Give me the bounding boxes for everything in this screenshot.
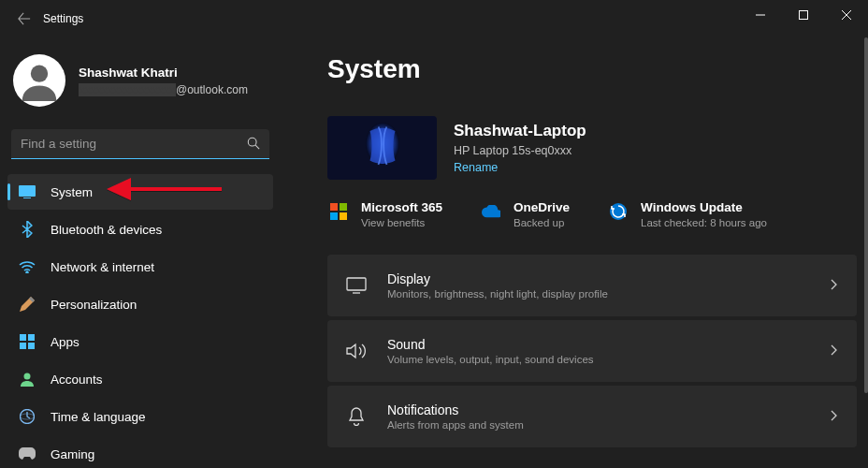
nav-item-personalization[interactable]: Personalization <box>7 286 273 322</box>
search-input[interactable] <box>11 129 269 159</box>
device-info: Shashwat-Laptop HP Laptop 15s-eq0xxx Ren… <box>454 122 586 175</box>
svg-rect-18 <box>347 278 366 290</box>
system-icon <box>19 183 36 200</box>
chevron-right-icon <box>831 408 838 425</box>
search-icon <box>247 137 260 154</box>
rename-link[interactable]: Rename <box>454 161 498 174</box>
card-notifications[interactable]: Notifications Alerts from apps and syste… <box>327 386 857 447</box>
update-icon <box>609 202 628 221</box>
card-display[interactable]: Display Monitors, brightness, night ligh… <box>327 255 857 316</box>
status-title: Microsoft 365 <box>361 200 442 214</box>
card-title: Sound <box>387 337 810 352</box>
user-profile[interactable]: Shashwat Khatri xxxxxxxxxxxxxxxxx@outloo… <box>7 49 273 116</box>
card-sub: Monitors, brightness, night light, displ… <box>387 288 810 300</box>
svg-point-5 <box>26 271 28 273</box>
nav-list: System Bluetooth & devices Network & int… <box>7 174 273 468</box>
card-sub: Alerts from apps and system <box>387 419 810 431</box>
card-title: Notifications <box>387 402 810 417</box>
status-sub: Backed up <box>514 217 570 228</box>
status-row: Microsoft 365 View benefits OneDrive Bac… <box>327 200 857 228</box>
svg-rect-14 <box>340 203 347 211</box>
nav-label: Gaming <box>51 447 94 461</box>
svg-point-2 <box>248 138 256 146</box>
display-icon <box>346 275 367 296</box>
svg-rect-4 <box>23 197 31 198</box>
scrollbar[interactable] <box>864 37 868 393</box>
svg-rect-0 <box>800 11 808 20</box>
nav-label: Personalization <box>51 298 137 312</box>
nav-label: Accounts <box>51 373 103 387</box>
nav-label: Apps <box>51 335 80 349</box>
chevron-right-icon <box>831 343 838 359</box>
window-controls <box>739 0 868 30</box>
onedrive-icon <box>482 202 500 221</box>
close-button[interactable] <box>825 0 868 30</box>
svg-rect-3 <box>19 185 36 197</box>
minimize-button[interactable] <box>739 0 782 30</box>
nav-item-accounts[interactable]: Accounts <box>7 361 273 397</box>
device-block: Shashwat-Laptop HP Laptop 15s-eq0xxx Ren… <box>327 116 857 180</box>
accounts-icon <box>19 371 36 388</box>
avatar <box>13 54 65 107</box>
nav-label: Time & language <box>51 410 146 424</box>
nav-item-apps[interactable]: Apps <box>7 324 273 359</box>
nav-label: System <box>51 185 93 199</box>
search-box <box>11 129 269 159</box>
nav-label: Bluetooth & devices <box>51 223 162 237</box>
nav-item-gaming[interactable]: Gaming <box>7 436 273 468</box>
status-microsoft365[interactable]: Microsoft 365 View benefits <box>329 200 442 228</box>
user-email: xxxxxxxxxxxxxxxxx@outlook.com <box>79 83 248 96</box>
card-sound[interactable]: Sound Volume levels, output, input, soun… <box>327 320 857 382</box>
status-sub: View benefits <box>361 217 442 228</box>
svg-rect-13 <box>330 203 338 211</box>
status-title: OneDrive <box>514 200 570 214</box>
personalization-icon <box>19 296 36 313</box>
device-name: Shashwat-Laptop <box>454 122 586 140</box>
svg-rect-8 <box>20 343 26 349</box>
maximize-button[interactable] <box>782 0 825 30</box>
microsoft-icon <box>329 202 348 221</box>
svg-rect-15 <box>330 212 338 220</box>
svg-rect-7 <box>28 334 35 341</box>
card-sub: Volume levels, output, input, sound devi… <box>387 354 810 365</box>
status-onedrive[interactable]: OneDrive Backed up <box>482 200 570 228</box>
svg-rect-16 <box>340 212 347 220</box>
status-title: Windows Update <box>641 200 767 214</box>
gaming-icon <box>19 446 36 462</box>
time-icon <box>19 408 36 425</box>
status-windows-update[interactable]: Windows Update Last checked: 8 hours ago <box>609 200 767 228</box>
nav-label: Network & internet <box>51 260 154 274</box>
nav-item-bluetooth[interactable]: Bluetooth & devices <box>7 212 273 247</box>
user-name: Shashwat Khatri <box>79 66 248 80</box>
sidebar: Shashwat Khatri xxxxxxxxxxxxxxxxx@outloo… <box>0 37 281 468</box>
nav-item-system[interactable]: System <box>7 174 273 210</box>
apps-icon <box>19 333 36 350</box>
window-title: Settings <box>43 12 83 25</box>
svg-point-10 <box>24 373 31 380</box>
svg-rect-9 <box>28 343 35 349</box>
sound-icon <box>346 341 367 361</box>
device-model: HP Laptop 15s-eq0xxx <box>454 144 586 157</box>
card-title: Display <box>387 271 810 286</box>
svg-point-1 <box>31 66 48 82</box>
network-icon <box>19 258 36 275</box>
settings-cards: Display Monitors, brightness, night ligh… <box>327 255 857 447</box>
status-sub: Last checked: 8 hours ago <box>641 217 767 228</box>
user-info: Shashwat Khatri xxxxxxxxxxxxxxxxx@outloo… <box>79 66 248 96</box>
bluetooth-icon <box>19 221 36 238</box>
main-pane: System Shashwat-Laptop HP Laptop 15s-eq0… <box>281 37 868 468</box>
titlebar: Settings <box>0 0 868 37</box>
nav-item-network[interactable]: Network & internet <box>7 249 273 285</box>
device-wallpaper <box>327 116 437 180</box>
notifications-icon <box>346 406 367 427</box>
nav-item-time[interactable]: Time & language <box>7 399 273 434</box>
back-button[interactable] <box>11 6 37 32</box>
page-title: System <box>327 54 857 84</box>
chevron-right-icon <box>831 277 838 294</box>
svg-rect-6 <box>20 334 26 341</box>
